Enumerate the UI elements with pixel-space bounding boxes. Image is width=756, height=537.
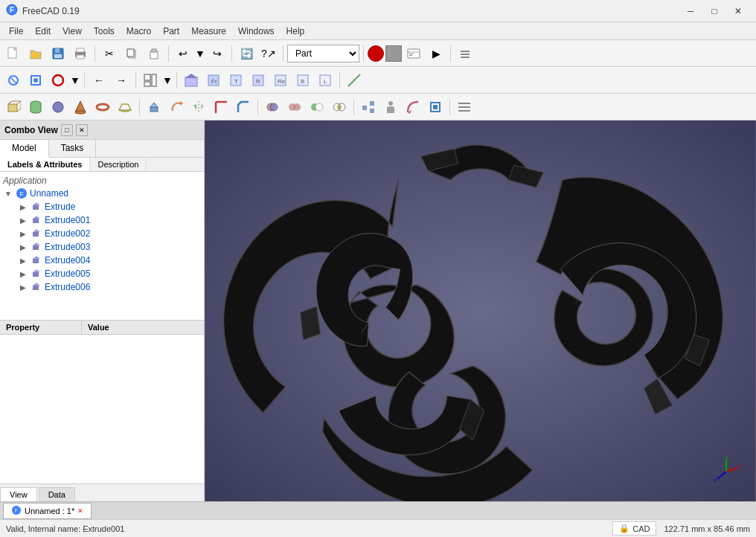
draw-style-dropdown[interactable]: ▼ xyxy=(70,70,80,91)
part-offset-button[interactable] xyxy=(425,97,446,118)
fwd-view-button[interactable]: → xyxy=(111,70,132,91)
list-item[interactable]: ▶ Extrude003 xyxy=(0,240,204,254)
tree-root-item[interactable]: ▼ F Unnamed xyxy=(0,187,204,200)
combo-restore-button[interactable]: □ xyxy=(61,124,73,136)
copy-button[interactable] xyxy=(121,43,142,64)
part-boolean-button[interactable] xyxy=(262,97,283,118)
bottom-view-button[interactable]: B xyxy=(292,70,313,91)
tab-close-icon[interactable]: ✕ xyxy=(77,507,83,515)
whatsthis-button[interactable]: ?↗ xyxy=(258,43,279,64)
maximize-button[interactable]: □ xyxy=(702,1,726,22)
tab-tasks[interactable]: Tasks xyxy=(49,140,97,157)
new-button[interactable] xyxy=(3,43,24,64)
home-view-button[interactable] xyxy=(181,70,202,91)
axis-indicator: x y z xyxy=(711,457,741,486)
redo-button[interactable]: ↪ xyxy=(207,43,228,64)
workbench-selector[interactable]: Part Part Design Sketcher xyxy=(287,45,359,62)
part-mirror-button[interactable] xyxy=(188,97,209,118)
tab-description[interactable]: Description xyxy=(90,158,147,171)
stop-macro-button[interactable] xyxy=(385,45,402,62)
psep3 xyxy=(353,99,354,115)
front-view-button[interactable]: Fr xyxy=(203,70,224,91)
open-button[interactable] xyxy=(25,43,46,64)
left-view-button[interactable]: L xyxy=(315,70,336,91)
save-button[interactable] xyxy=(48,43,68,64)
part-fillet-button[interactable] xyxy=(211,97,231,118)
minimize-button[interactable]: ─ xyxy=(679,1,702,22)
list-item[interactable]: ▶ Extrude005 xyxy=(0,267,204,280)
refresh-button[interactable]: 🔄 xyxy=(236,43,257,64)
part-compound-button[interactable] xyxy=(358,97,379,118)
extrude001-icon xyxy=(31,214,42,226)
tab-labels-attributes[interactable]: Labels & Attributes xyxy=(0,158,90,171)
part-cut-button[interactable] xyxy=(307,97,327,118)
close-button[interactable]: ✕ xyxy=(726,1,750,22)
std-views-dropdown[interactable]: ▼ xyxy=(162,70,173,91)
part-cone-button[interactable] xyxy=(70,97,91,118)
cut-button[interactable]: ✂ xyxy=(99,43,120,64)
part-person-button[interactable] xyxy=(380,97,401,118)
menu-edit[interactable]: Edit xyxy=(29,25,57,38)
part-revolve-button[interactable] xyxy=(166,97,187,118)
svg-rect-13 xyxy=(152,49,156,52)
viewport[interactable]: x y z xyxy=(205,120,756,501)
svg-rect-21 xyxy=(461,57,470,58)
part-chamfer-button[interactable] xyxy=(233,97,254,118)
print-button[interactable] xyxy=(70,43,91,64)
part-extrude-button[interactable] xyxy=(144,97,164,118)
paste-button[interactable] xyxy=(144,43,164,64)
combo-close-button[interactable]: ✕ xyxy=(76,124,88,136)
more-btn[interactable] xyxy=(454,97,475,118)
right-view-button[interactable]: R xyxy=(248,70,269,91)
ruler-button[interactable] xyxy=(344,70,365,91)
combo-header-buttons: □ ✕ xyxy=(61,124,88,136)
part-sphere-button[interactable] xyxy=(48,97,68,118)
extrude002-arrow: ▶ xyxy=(18,228,28,239)
more-toolbar[interactable] xyxy=(455,43,475,64)
part-union-button[interactable] xyxy=(284,97,305,118)
back-view-button[interactable]: ← xyxy=(89,70,109,91)
top-view-button[interactable]: T xyxy=(225,70,246,91)
record-macro-button[interactable] xyxy=(368,45,384,62)
list-item[interactable]: ▶ Extrude006 xyxy=(0,280,204,294)
tab-model[interactable]: Model xyxy=(0,140,49,158)
extrude005-icon xyxy=(31,268,42,280)
execute-macro-button[interactable]: ▶ xyxy=(426,43,446,64)
menu-macro[interactable]: Macro xyxy=(121,25,157,38)
part-cylinder-button[interactable] xyxy=(25,97,46,118)
svg-marker-55 xyxy=(180,101,183,106)
menu-measure[interactable]: Measure xyxy=(185,25,232,38)
part-torus-button[interactable] xyxy=(92,97,113,118)
svg-point-60 xyxy=(293,103,301,111)
menu-tools[interactable]: Tools xyxy=(88,25,121,38)
tab-unnamed1[interactable]: F Unnamed : 1* ✕ xyxy=(3,503,92,519)
std-views-button[interactable] xyxy=(140,70,161,91)
list-item[interactable]: ▶ Extrude004 xyxy=(0,254,204,267)
menu-windows[interactable]: Windows xyxy=(232,25,281,38)
list-item[interactable]: ▶ Extrude001 xyxy=(0,213,204,227)
part-sweep-button[interactable] xyxy=(403,97,423,118)
extrude003-arrow: ▶ xyxy=(18,242,28,252)
menu-help[interactable]: Help xyxy=(281,25,311,38)
fit-all-button[interactable] xyxy=(3,70,24,91)
undo-button[interactable]: ↩ xyxy=(173,43,193,64)
svg-text:z: z xyxy=(714,477,717,483)
list-item[interactable]: ▶ Extrude002 xyxy=(0,227,204,240)
undo-dropdown[interactable]: ▼ xyxy=(195,43,205,64)
tab-data[interactable]: Data xyxy=(39,487,75,501)
part-tube-button[interactable] xyxy=(115,97,135,118)
part-box-button[interactable] xyxy=(3,97,24,118)
draw-style-button[interactable] xyxy=(48,70,68,91)
edit-macros-button[interactable]: _ xyxy=(403,43,424,64)
menu-part[interactable]: Part xyxy=(157,25,185,38)
list-item[interactable]: ▶ Extrude xyxy=(0,200,204,213)
menu-view[interactable]: View xyxy=(57,25,88,38)
tab-view[interactable]: View xyxy=(0,487,37,501)
svg-rect-9 xyxy=(77,55,84,59)
fit-selection-button[interactable] xyxy=(25,70,46,91)
rear-view-button[interactable]: Re xyxy=(270,70,291,91)
tab-unnamed1-icon: F xyxy=(11,505,22,517)
part-intersect-button[interactable] xyxy=(329,97,350,118)
menu-file[interactable]: File xyxy=(3,25,29,38)
svg-rect-28 xyxy=(144,82,150,86)
